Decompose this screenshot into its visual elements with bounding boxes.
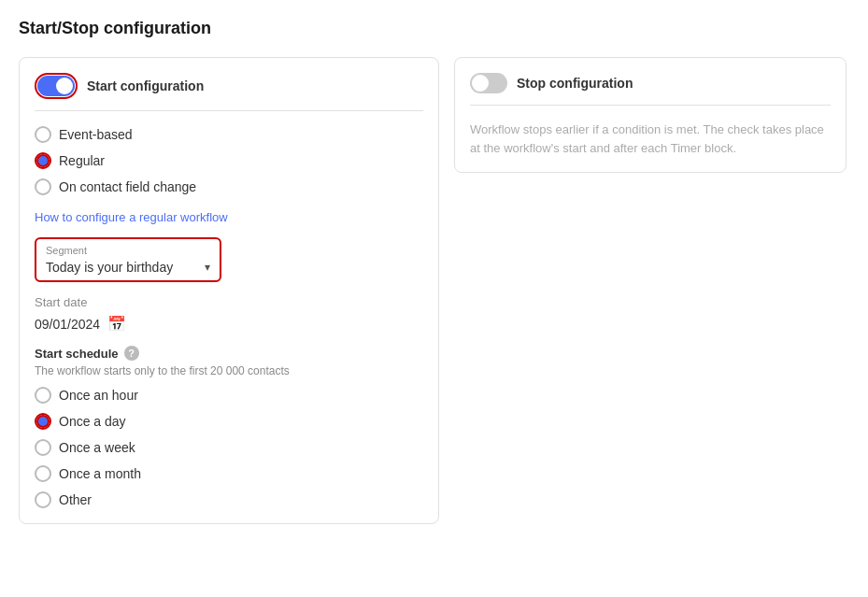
schedule-once-month[interactable]: Once a month bbox=[35, 465, 423, 482]
start-radio-group: Event-based Regular On contact field cha… bbox=[35, 126, 423, 195]
start-config-label: Start configuration bbox=[87, 78, 204, 93]
stop-config-card: Stop configuration Workflow stops earlie… bbox=[454, 57, 847, 173]
schedule-help-icon[interactable]: ? bbox=[124, 346, 139, 361]
schedule-once-week-circle bbox=[35, 439, 51, 456]
radio-regular-label: Regular bbox=[59, 153, 105, 168]
segment-value: Today is your birthday bbox=[46, 260, 173, 275]
schedule-once-month-label: Once a month bbox=[59, 466, 141, 481]
schedule-options: Once an hour Once a day Once a week Once… bbox=[35, 387, 423, 508]
stop-card-header: Stop configuration bbox=[470, 73, 831, 106]
calendar-icon[interactable]: 📅 bbox=[107, 315, 126, 333]
schedule-other-circle bbox=[35, 491, 51, 508]
start-toggle-wrapper bbox=[35, 73, 78, 99]
segment-label: Segment bbox=[46, 245, 210, 256]
page-title: Start/Stop configuration bbox=[19, 19, 849, 38]
stop-toggle[interactable] bbox=[470, 73, 507, 93]
radio-event-based-circle bbox=[35, 126, 51, 143]
segment-select-row: Today is your birthday ▾ bbox=[46, 260, 210, 275]
start-config-card: Start configuration Event-based Regular … bbox=[19, 57, 439, 524]
schedule-once-hour-circle bbox=[35, 387, 51, 404]
radio-contact-field-circle bbox=[35, 178, 51, 195]
start-date-label: Start date bbox=[35, 295, 423, 309]
radio-event-based[interactable]: Event-based bbox=[35, 126, 423, 143]
schedule-other-label: Other bbox=[59, 492, 92, 507]
schedule-once-day-circle bbox=[35, 413, 51, 430]
radio-regular-circle bbox=[35, 152, 51, 169]
chevron-down-icon: ▾ bbox=[205, 261, 210, 274]
schedule-once-month-circle bbox=[35, 465, 51, 482]
schedule-once-hour-label: Once an hour bbox=[59, 388, 138, 403]
radio-contact-field-label: On contact field change bbox=[59, 179, 196, 194]
radio-regular[interactable]: Regular bbox=[35, 152, 423, 169]
schedule-title: Start schedule bbox=[35, 347, 119, 361]
segment-dropdown[interactable]: Segment Today is your birthday ▾ bbox=[35, 237, 221, 282]
date-value-row: 09/01/2024 📅 bbox=[35, 315, 423, 333]
start-toggle[interactable] bbox=[37, 76, 75, 96]
help-link[interactable]: How to configure a regular workflow bbox=[35, 210, 228, 224]
schedule-once-day[interactable]: Once a day bbox=[35, 413, 423, 430]
date-value-text: 09/01/2024 bbox=[35, 317, 100, 332]
schedule-once-hour[interactable]: Once an hour bbox=[35, 387, 423, 404]
segment-section: Segment Today is your birthday ▾ bbox=[35, 237, 423, 282]
cards-container: Start configuration Event-based Regular … bbox=[19, 57, 849, 524]
date-section: Start date 09/01/2024 📅 bbox=[35, 295, 423, 333]
stop-description: Workflow stops earlier if a condition is… bbox=[470, 121, 831, 157]
radio-event-based-label: Event-based bbox=[59, 127, 133, 142]
schedule-section: Start schedule ? The workflow starts onl… bbox=[35, 346, 423, 508]
stop-config-label: Stop configuration bbox=[517, 76, 633, 91]
schedule-once-day-label: Once a day bbox=[59, 414, 126, 429]
schedule-once-week[interactable]: Once a week bbox=[35, 439, 423, 456]
schedule-other[interactable]: Other bbox=[35, 491, 423, 508]
radio-contact-field[interactable]: On contact field change bbox=[35, 178, 423, 195]
schedule-note: The workflow starts only to the first 20… bbox=[35, 364, 423, 377]
stop-toggle-wrapper bbox=[470, 73, 507, 93]
schedule-once-week-label: Once a week bbox=[59, 440, 135, 455]
start-card-header: Start configuration bbox=[35, 73, 423, 111]
schedule-header: Start schedule ? bbox=[35, 346, 423, 361]
